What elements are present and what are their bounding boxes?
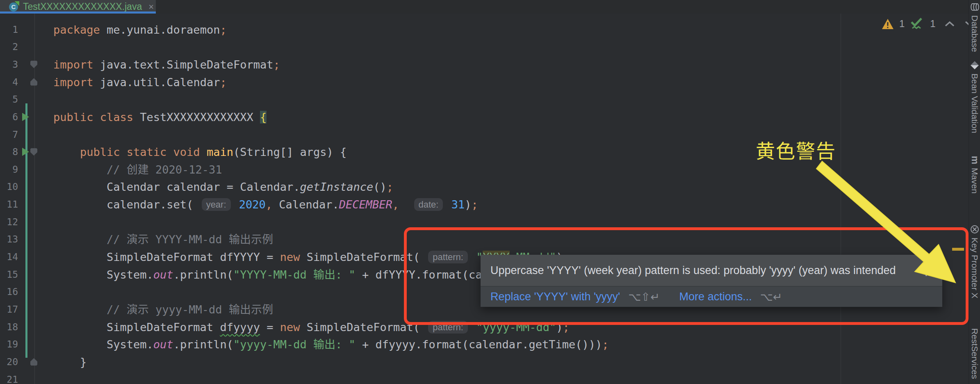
toolwindow-label: Maven [970,168,980,194]
code-segment: package [53,23,100,36]
key-promoter-x-icon [970,225,979,234]
toolwindow-restservices[interactable]: RestServices [969,328,980,379]
code-segment: DECEMBER [339,198,392,211]
code-line: } [53,353,87,371]
code-segment: Calendar. [272,198,339,211]
line-number: 16 [0,283,18,301]
fold-marker-icon[interactable] [30,148,37,155]
code-segment: ; [220,76,226,89]
line-number: 14 [0,248,18,266]
code-segment: public static void [80,146,200,158]
fold-marker-icon[interactable] [30,358,37,366]
tooltip-actions-row: Replace 'YYYY' with 'yyyy' ⌥⇧↵ More acti… [481,286,942,307]
code-segment [53,233,107,246]
line-number: 10 [0,178,18,196]
toolwindow-bean-validation[interactable]: Bean Validation [969,61,980,133]
code-segment: ; [602,338,609,351]
toolwindow-label: Key Promoter X [970,238,980,298]
code-segment: public class [53,111,133,123]
toolwindow-maven[interactable]: m Maven [969,156,980,194]
code-segment: System. [53,338,153,351]
code-segment: "yyyy-MM-dd" [476,321,556,334]
code-segment: ; [220,23,226,36]
run-line-icon[interactable] [22,113,29,121]
code-line: public static void main(String[] args) { [53,143,346,161]
inspection-tooltip: Uppercase 'YYYY' (week year) pattern is … [481,255,942,307]
code-segment: // 演示 yyyy-MM-dd 输出示例 [107,303,273,316]
fold-marker-icon[interactable] [30,61,37,68]
gutter-separator [34,14,35,384]
replace-shortcut-hint: ⌥⇧↵ [628,290,659,304]
code-segment: } [53,356,87,368]
java-class-icon: C [9,2,19,12]
code-segment: () [373,181,387,193]
code-segment: SimpleDateFormat( [300,321,427,334]
code-line: Calendar calendar = Calendar.getInstance… [53,178,393,196]
code-line: System.out.println("yyyy-MM-dd 输出: " + d… [53,336,609,353]
error-stripe-warning-mark[interactable] [952,248,964,251]
code-line: SimpleDateFormat dfyyyy = new SimpleDate… [53,318,570,336]
line-number: 13 [0,231,18,248]
code-segment [469,321,476,334]
kebab-menu-icon[interactable]: ⋮ [918,263,934,278]
code-line: public class TestXXXXXXXXXXXXX { [53,108,267,126]
code-segment: , [266,198,272,211]
maven-icon: m [969,156,980,164]
fold-marker-icon[interactable] [30,78,37,86]
code-segment: "yyyy-MM-dd 输出: " [233,338,356,351]
code-segment: .println( [173,268,233,281]
code-segment [444,198,451,211]
toolwindow-label: RestServices [970,328,980,379]
line-number: 20 [0,353,18,371]
annotation-text: 黄色警告 [756,135,836,164]
code-segment: // 演示 YYYY-MM-dd 输出示例 [107,233,273,246]
code-segment: TestXXXXXXXXXXXXX [133,111,260,123]
toolwindow-key-promoter-x[interactable]: Key Promoter X [969,225,980,298]
code-line: package me.yunai.doraemon; [53,21,227,39]
code-segment: 31 [451,198,465,211]
line-number: 4 [0,73,18,91]
chevron-up-icon[interactable] [944,21,955,27]
code-segment: import [53,76,93,89]
line-number: 18 [0,318,18,336]
code-segment: { [260,111,267,123]
line-number: 12 [0,213,18,231]
code-segment: getInstance [300,181,373,193]
code-segment: ; [563,321,570,334]
run-line-icon[interactable] [22,148,29,156]
ok-count: 1 [930,18,935,30]
code-editor[interactable]: 12345678910111213141516171819202122 pack… [0,14,980,384]
toolwindow-database[interactable]: Database [969,2,980,52]
database-icon [970,2,979,11]
code-segment: new [280,321,300,334]
parameter-hint: pattern: [428,251,468,263]
code-segment: , [392,198,399,211]
replace-quickfix-link[interactable]: Replace 'YYYY' with 'yyyy' [490,290,620,303]
code-segment [200,146,207,158]
code-segment: (String[] args) { [233,146,346,158]
line-number: 15 [0,266,18,283]
code-segment: = [260,321,280,334]
line-number: 6 [0,108,18,126]
inspections-widget[interactable]: 1 1 [882,16,975,31]
more-actions-link[interactable]: More actions... [679,290,752,303]
code-segment: new [280,251,300,263]
code-segment [399,198,413,211]
code-line: // 演示 yyyy-MM-dd 输出示例 [53,301,273,318]
code-segment: Calendar calendar = Calendar. [53,181,300,193]
line-number: 2 [0,38,18,56]
parameter-hint: year: [202,198,231,211]
tooltip-message: Uppercase 'YYYY' (week year) pattern is … [490,264,918,277]
editor-tab-bar: C TestXXXXXXXXXXXXX.java × [0,0,980,14]
tooltip-message-row: Uppercase 'YYYY' (week year) pattern is … [481,255,942,286]
code-line: calendar.set( year: 2020, Calendar.DECEM… [53,196,478,213]
parameter-hint: pattern: [428,321,468,334]
code-segment: + dfyyyy.format(calendar.getTime())) [356,338,602,351]
code-segment [53,163,107,176]
warning-count: 1 [899,18,905,30]
tab-close-icon[interactable]: × [148,2,154,12]
code-segment: ) [465,198,471,211]
code-segment: ; [273,58,280,71]
code-segment [469,251,476,263]
code-segment: calendar.set( [53,198,200,211]
